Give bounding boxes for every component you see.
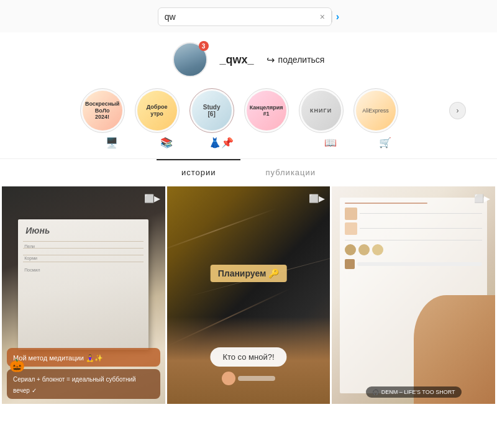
search-input[interactable] — [165, 12, 316, 22]
post-video-icon: ⬜▶ — [309, 191, 325, 204]
share-button[interactable]: ↪ поделиться — [267, 54, 325, 66]
highlight-inner: КНИГИ — [301, 91, 341, 130]
highlight-item[interactable]: ВоскресныйВоЛо2024! — [78, 88, 127, 133]
clear-icon[interactable]: × — [320, 12, 325, 22]
highlight-icon-tv: 🖥️ — [87, 137, 137, 149]
highlight-circle: ВоскресныйВоЛо2024! — [80, 88, 125, 133]
share-label: поделиться — [278, 55, 325, 65]
post-item[interactable]: ⬜▶ 🎧 DENM – LIFE'S TOO SHORT — [332, 186, 495, 404]
posts-grid: Июнь Пели Корми Посмил ⬜▶ Мой метод м — [0, 185, 497, 406]
tabs-container: истории публикации — [0, 158, 497, 185]
highlight-icon-clothes: 👗📌 — [196, 137, 246, 149]
highlight-circle: AliExpress — [353, 88, 398, 133]
highlight-inner: AliExpress — [356, 91, 396, 130]
profile-section: 3 _qwx_ ↪ поделиться ВоскресныйВоЛо2024! — [0, 32, 497, 156]
search-bar-container: × › — [0, 0, 497, 32]
post-meditation-text: Мой метод медитации 🧘‍♀️✨ — [7, 348, 160, 367]
post-comment-box: Кто со мной?! — [210, 347, 286, 367]
highlight-icon-books: 📚 — [142, 137, 191, 149]
post-video-icon: ⬜▶ — [474, 191, 490, 204]
post-background — [332, 186, 495, 404]
post-music-badge: 🎧 DENM – LIFE'S TOO SHORT — [332, 386, 495, 398]
post-item[interactable]: Июнь Пели Корми Посмил ⬜▶ Мой метод м — [2, 186, 165, 404]
highlight-item[interactable]: Канцелярия#1 — [242, 88, 291, 133]
highlight-circle: Study[6] — [189, 88, 234, 133]
highlight-circle: Канцелярия#1 — [244, 88, 289, 133]
highlight-item[interactable]: Study[6] — [187, 88, 237, 133]
highlights-next-button[interactable]: › — [449, 102, 466, 119]
highlight-circle: Доброеутро — [135, 88, 180, 133]
search-bar: × — [158, 7, 332, 26]
search-submit-button[interactable]: › — [332, 11, 339, 22]
highlight-circle: КНИГИ — [299, 88, 344, 133]
highlight-inner: Канцелярия#1 — [247, 91, 286, 130]
post-item[interactable]: ⬜▶ Планируем 🔑 Кто со мной?! — [167, 186, 331, 404]
highlight-icon-book: 📖 — [306, 137, 355, 149]
share-icon: ↪ — [267, 54, 275, 66]
highlight-icon-cart: 🛒 — [360, 137, 410, 149]
avatar[interactable]: 3 — [173, 42, 207, 77]
highlights-container: ВоскресныйВоЛо2024! Доброеутро Study[6] — [31, 86, 447, 135]
post-video-icon: ⬜▶ — [144, 191, 160, 204]
post-planning-sticker: Планируем 🔑 — [211, 265, 287, 282]
tab-stories[interactable]: истории — [157, 159, 241, 185]
post-subtitle-text: Сериал + блокнот = идеальный субботний в… — [7, 369, 160, 399]
post-comment-avatar — [222, 372, 275, 385]
highlight-inner: Доброеутро — [137, 91, 177, 130]
highlight-item[interactable]: Доброеутро — [132, 88, 182, 133]
pumpkin-sticker: 🎃 — [9, 358, 25, 373]
highlight-item[interactable]: AliExpress — [351, 88, 401, 133]
profile-header: 3 _qwx_ ↪ поделиться — [173, 42, 325, 77]
highlight-item[interactable]: КНИГИ — [296, 88, 346, 133]
notification-badge: 3 — [199, 41, 209, 51]
highlight-inner: Study[6] — [192, 91, 232, 130]
highlight-inner: ВоскресныйВоЛо2024! — [83, 91, 122, 130]
tab-publications[interactable]: публикации — [240, 159, 340, 185]
highlight-icons-row: 🖥️ 📚 👗📌 📖 🛒 — [75, 135, 422, 151]
profile-username[interactable]: _qwx_ — [220, 53, 254, 66]
